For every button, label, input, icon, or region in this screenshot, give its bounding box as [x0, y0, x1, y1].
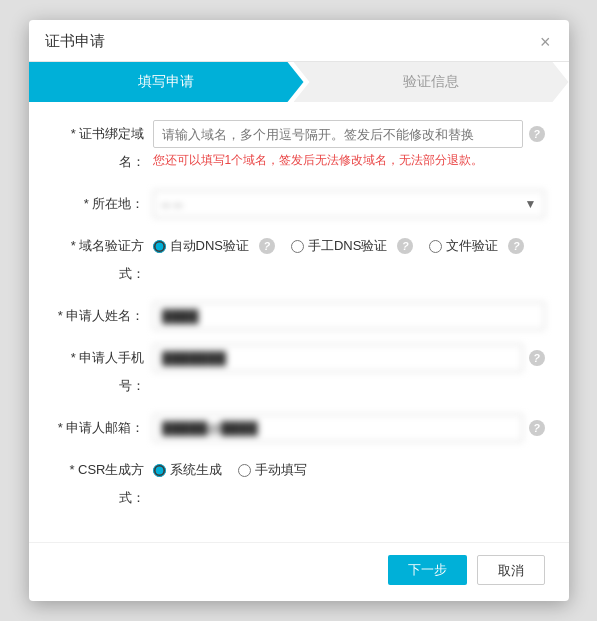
dialog: 证书申请 × 填写申请 验证信息 * 证书绑定域名： ? 您还可以填写1个域名，…: [29, 20, 569, 601]
dns-row: * 域名验证方式： 自动DNS验证 ? 手工DNS验证 ?: [53, 232, 545, 288]
email-help-icon[interactable]: ?: [529, 420, 545, 436]
location-row: * 所在地： -- -- ▼: [53, 190, 545, 218]
domain-input[interactable]: [153, 120, 523, 148]
csr-row: * CSR生成方式： 系统生成 手动填写: [53, 456, 545, 512]
dns-file-help-icon[interactable]: ?: [508, 238, 524, 254]
domain-input-wrap: ?: [153, 120, 545, 148]
dns-auto-label: 自动DNS验证: [170, 237, 249, 255]
step1-tab[interactable]: 填写申请: [29, 62, 304, 102]
dns-file-option[interactable]: 文件验证 ?: [429, 237, 524, 255]
dns-label: * 域名验证方式：: [53, 232, 153, 288]
dialog-header: 证书申请 ×: [29, 20, 569, 62]
step2-tab[interactable]: 验证信息: [294, 62, 569, 102]
applicant-email-content: ?: [153, 414, 545, 442]
dns-auto-option[interactable]: 自动DNS验证 ?: [153, 237, 275, 255]
domain-label: * 证书绑定域名：: [53, 120, 153, 176]
dialog-title: 证书申请: [45, 32, 105, 51]
csr-manual-radio[interactable]: [238, 464, 251, 477]
dns-manual-radio[interactable]: [291, 240, 304, 253]
applicant-name-content: [153, 302, 545, 330]
phone-help-icon[interactable]: ?: [529, 350, 545, 366]
dns-file-label: 文件验证: [446, 237, 498, 255]
domain-help-icon[interactable]: ?: [529, 126, 545, 142]
csr-auto-label: 系统生成: [170, 461, 222, 479]
csr-manual-option[interactable]: 手动填写: [238, 461, 307, 479]
steps-bar: 填写申请 验证信息: [29, 62, 569, 102]
dns-radio-group: 自动DNS验证 ? 手工DNS验证 ? 文件验证 ?: [153, 232, 545, 260]
dns-manual-label: 手工DNS验证: [308, 237, 387, 255]
email-input-wrap: ?: [153, 414, 545, 442]
cancel-button[interactable]: 取消: [477, 555, 545, 585]
dns-manual-help-icon[interactable]: ?: [397, 238, 413, 254]
applicant-phone-content: ?: [153, 344, 545, 372]
applicant-email-row: * 申请人邮箱： ?: [53, 414, 545, 442]
applicant-email-label: * 申请人邮箱：: [53, 414, 153, 442]
csr-content: 系统生成 手动填写: [153, 456, 545, 484]
close-button[interactable]: ×: [538, 33, 553, 51]
csr-auto-option[interactable]: 系统生成: [153, 461, 222, 479]
location-select-wrap: -- -- ▼: [153, 190, 545, 218]
domain-row: * 证书绑定域名： ? 您还可以填写1个域名，签发后无法修改域名，无法部分退款。: [53, 120, 545, 176]
domain-content: ? 您还可以填写1个域名，签发后无法修改域名，无法部分退款。: [153, 120, 545, 169]
dns-manual-option[interactable]: 手工DNS验证 ?: [291, 237, 413, 255]
location-select[interactable]: -- --: [153, 190, 545, 218]
location-label: * 所在地：: [53, 190, 153, 218]
location-content: -- -- ▼: [153, 190, 545, 218]
applicant-phone-input[interactable]: [153, 344, 523, 372]
dns-file-radio[interactable]: [429, 240, 442, 253]
csr-radio-group: 系统生成 手动填写: [153, 456, 545, 484]
phone-input-wrap: ?: [153, 344, 545, 372]
domain-hint: 您还可以填写1个域名，签发后无法修改域名，无法部分退款。: [153, 152, 545, 169]
applicant-name-row: * 申请人姓名：: [53, 302, 545, 330]
csr-label: * CSR生成方式：: [53, 456, 153, 512]
dns-auto-help-icon[interactable]: ?: [259, 238, 275, 254]
csr-manual-label: 手动填写: [255, 461, 307, 479]
applicant-phone-row: * 申请人手机号： ?: [53, 344, 545, 400]
next-button[interactable]: 下一步: [388, 555, 467, 585]
dns-content: 自动DNS验证 ? 手工DNS验证 ? 文件验证 ?: [153, 232, 545, 260]
applicant-phone-label: * 申请人手机号：: [53, 344, 153, 400]
dialog-footer: 下一步 取消: [29, 542, 569, 601]
applicant-name-input[interactable]: [153, 302, 545, 330]
dns-auto-radio[interactable]: [153, 240, 166, 253]
applicant-name-label: * 申请人姓名：: [53, 302, 153, 330]
csr-auto-radio[interactable]: [153, 464, 166, 477]
form-body: * 证书绑定域名： ? 您还可以填写1个域名，签发后无法修改域名，无法部分退款。…: [29, 102, 569, 538]
applicant-email-input[interactable]: [153, 414, 523, 442]
